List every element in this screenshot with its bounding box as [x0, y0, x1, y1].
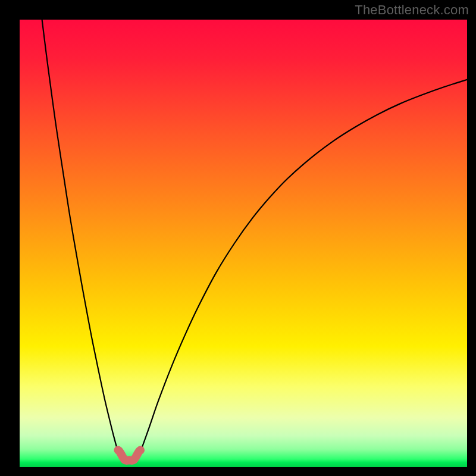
plot-area: [20, 20, 467, 467]
watermark-text: TheBottleneck.com: [355, 2, 469, 18]
curve-path: [42, 20, 467, 459]
trough-marker: [118, 450, 140, 461]
bottleneck-curve: [42, 20, 467, 459]
chart-overlay-svg: [20, 20, 467, 467]
outer-frame: TheBottleneck.com: [0, 0, 476, 476]
trough-marker-path: [118, 450, 140, 461]
